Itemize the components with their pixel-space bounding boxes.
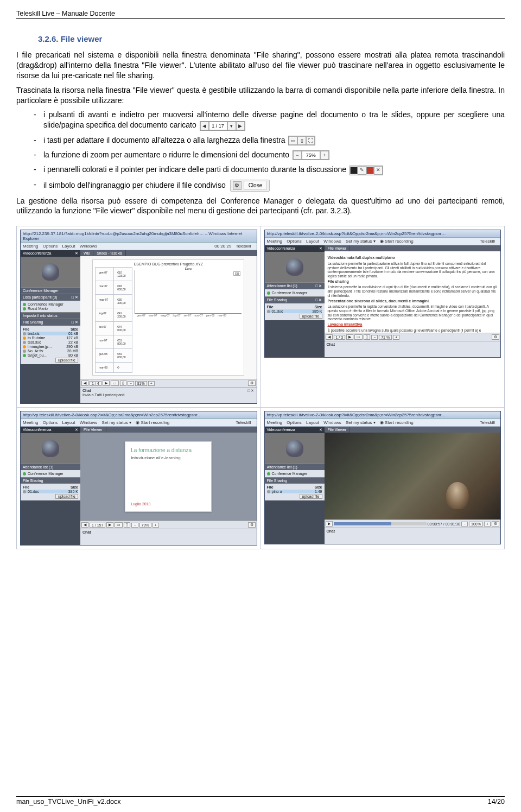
screenshot-chart: http://212.239.37.181/?aid=mog1kfdinin?r…: [17, 226, 261, 408]
doc-header: Teleskill Live – Manuale Docente: [16, 10, 505, 19]
zoom-in-icon[interactable]: +: [320, 151, 329, 160]
screenshots-grid: http://212.239.37.181/?aid=mog1kfdinin?r…: [16, 226, 505, 549]
close-icon[interactable]: ✕: [75, 251, 78, 256]
pointer-red-icon[interactable]: [366, 167, 374, 174]
camera-icon: [42, 263, 59, 281]
fit-width-icon[interactable]: ▯: [297, 136, 306, 145]
pen-icon[interactable]: ✎: [358, 166, 366, 175]
doc-header-text: Teleskill Live – Manuale Docente: [16, 10, 115, 17]
close-button[interactable]: Close: [244, 181, 268, 191]
prev-icon[interactable]: ◀: [200, 122, 209, 130]
close-icon[interactable]: □ ✕: [72, 320, 78, 325]
next-icon[interactable]: ▶: [236, 122, 245, 130]
expand-icon[interactable]: □ ✕: [72, 295, 78, 300]
play-icon[interactable]: ▶: [326, 521, 333, 526]
pen-black-icon[interactable]: [350, 167, 358, 174]
page-counter: 1 / 17: [209, 122, 227, 130]
chart-datatable: gen-07€10 123,00 mar-07€18 000,00 mag-07…: [95, 267, 132, 373]
paragraph-2: Trascinata la risorsa nella finestra "Fi…: [16, 85, 505, 106]
fit-widget[interactable]: ▭ ▯ ⛶: [288, 136, 315, 145]
fit-height-icon[interactable]: ▭: [289, 136, 297, 145]
screenshot-textviewer: http://vp.teleskill.it/tvclive-2-0/kiosk…: [260, 226, 505, 408]
bullet-fit: i tasti per adattare il documento all'al…: [34, 135, 505, 145]
section-heading: 3.2.6. File viewer: [38, 34, 505, 43]
viewer-toolbar[interactable]: ◀1 / 4▶ ▭▯ −81%+ ⚙: [80, 379, 257, 387]
bullet-close: il simbolo dell'ingranaggio per chiudere…: [34, 180, 505, 192]
pen-widget[interactable]: ✎ ✕: [350, 166, 383, 175]
tab-slides[interactable]: Slides - test.xls: [93, 250, 126, 256]
paragraph-3: La gestione della risorsa può essere di …: [16, 196, 505, 217]
close-icon[interactable]: □ ✕: [247, 389, 254, 393]
bullet-zoom: la funzione di zoom per aumentare o ridu…: [34, 150, 505, 160]
footer-page: 14/20: [488, 798, 505, 805]
zoom-pct: 75%: [302, 151, 320, 160]
menubar: Meeting Options Layout Windows 00:20:29 …: [21, 243, 257, 250]
tab-wb[interactable]: WB: [80, 250, 93, 256]
footer-filename: man_uso_TVCLive_UniFi_v2.docx: [16, 798, 120, 805]
close-widget[interactable]: ⚙ Close: [230, 180, 270, 192]
window-titlebar: http://212.239.37.181/?aid=mog1kfdinin?r…: [21, 230, 257, 243]
doc-viewer-text: Videochiamata full-duplex multipiano La …: [325, 251, 501, 333]
zoom-out-icon[interactable]: −: [293, 151, 302, 160]
bullet-pen: i pennarelli colorati e il pointer per i…: [34, 164, 505, 175]
bullet-nav: i pulsanti di avanti e indietro per muov…: [34, 110, 505, 130]
bar-chart: EU: [135, 270, 242, 314]
clear-icon[interactable]: ✕: [374, 166, 383, 175]
gear-icon[interactable]: ⚙: [233, 181, 242, 190]
feature-bullets: i pulsanti di avanti e indietro per muov…: [16, 110, 505, 191]
zoom-widget[interactable]: − 75% +: [293, 150, 329, 160]
webcam-preview: [21, 257, 80, 287]
screenshot-slide: http://vp.teleskill.it/tvclive-2-0/kiosk…: [17, 408, 261, 549]
slide-preview: La formazione a distanza Introduzione al…: [125, 441, 212, 512]
nav-widget[interactable]: ◀ 1 / 17 ▾ ▶: [200, 121, 245, 131]
page-footer: man_uso_TVCLive_UniFi_v2.docx 14/20: [16, 796, 505, 805]
dropdown-icon[interactable]: ▾: [227, 122, 236, 130]
fit-both-icon[interactable]: ⛶: [306, 136, 315, 145]
paragraph-1: I file precaricati nel sistema e disponi…: [16, 50, 505, 81]
screenshot-video: http://vp.teleskill.it/tvclive-2-0/kiosk…: [260, 408, 505, 549]
video-player[interactable]: [325, 433, 501, 519]
